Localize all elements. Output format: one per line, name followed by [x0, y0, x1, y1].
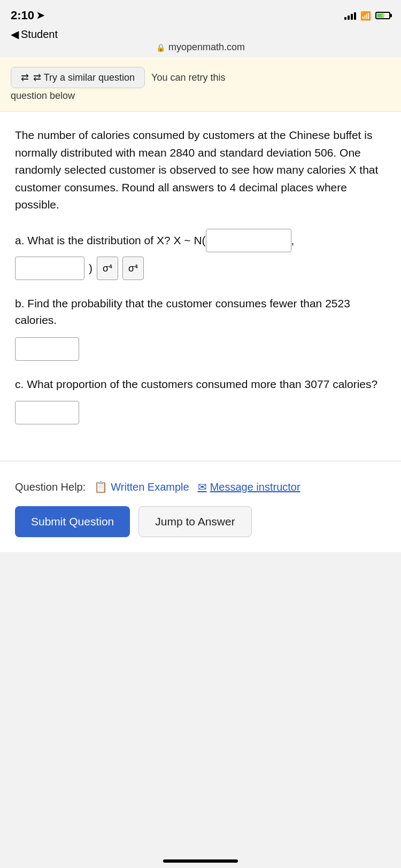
wifi-icon: 📶 [360, 11, 371, 21]
status-icons: 📶 ⚡ [344, 11, 390, 21]
message-instructor-link[interactable]: ✉ Message instructor [198, 480, 300, 493]
back-button[interactable]: ◀ Student [11, 28, 58, 41]
part-b: b. Find the probability that the custome… [15, 295, 386, 361]
try-similar-button[interactable]: ⇄ ⇄ Try a similar question [11, 67, 145, 88]
nav-bar: ◀ Student 🔒 myopenmath.com [0, 27, 401, 57]
retry-text: You can retry this [151, 72, 225, 83]
section-divider [0, 461, 401, 461]
question-below-text: question below [11, 90, 390, 102]
key-button-2[interactable]: σ⁴ [122, 257, 144, 280]
time-display: 2:10 [11, 9, 34, 22]
part-b-label: b. Find the probability that the custome… [15, 295, 386, 329]
url-bar[interactable]: 🔒 myopenmath.com [156, 42, 245, 53]
written-example-label: Written Example [111, 481, 189, 493]
part-c-label: c. What proportion of the customers cons… [15, 376, 377, 393]
refresh-icon: ⇄ [21, 72, 29, 83]
envelope-icon: ✉ [198, 480, 207, 493]
part-b-input[interactable] [15, 337, 79, 361]
status-bar: 2:10 ➤ 📶 ⚡ [0, 0, 401, 27]
status-time: 2:10 ➤ [11, 9, 44, 22]
help-label: Question Help: [15, 481, 86, 493]
document-icon: 📋 [94, 480, 107, 493]
home-indicator [163, 859, 238, 863]
lock-icon: 🔒 [156, 43, 165, 52]
location-arrow-icon: ➤ [36, 10, 44, 21]
question-text: The number of calories consumed by custo… [15, 127, 386, 214]
question-help-row: Question Help: 📋 Written Example ✉ Messa… [0, 472, 401, 502]
try-similar-label: ⇄ Try a similar question [33, 72, 135, 83]
part-a-label: a. What is the distribution of X? X ~ N( [15, 234, 206, 247]
message-instructor-label: Message instructor [210, 481, 300, 493]
part-a-close-paren: ) [89, 262, 92, 275]
url-text: myopenmath.com [168, 42, 245, 53]
part-c: c. What proportion of the customers cons… [15, 376, 386, 425]
action-buttons: Submit Question Jump to Answer [0, 502, 401, 552]
question-area: The number of calories consumed by custo… [0, 112, 401, 450]
part-a: a. What is the distribution of X? X ~ N(… [15, 229, 386, 280]
jump-to-answer-button[interactable]: Jump to Answer [138, 506, 251, 537]
written-example-link[interactable]: 📋 Written Example [94, 480, 189, 493]
battery-icon: ⚡ [375, 12, 390, 19]
part-a-input1[interactable] [206, 229, 291, 252]
part-c-input[interactable] [15, 401, 79, 424]
part-a-comma: , [291, 234, 295, 247]
part-a-input2[interactable] [15, 257, 84, 280]
main-content: ⇄ ⇄ Try a similar question You can retry… [0, 57, 401, 552]
signal-icon [344, 11, 356, 20]
key-button-1[interactable]: σ⁴ [97, 257, 118, 280]
similar-question-banner: ⇄ ⇄ Try a similar question You can retry… [0, 57, 401, 112]
back-label: Student [21, 28, 58, 41]
submit-question-button[interactable]: Submit Question [15, 506, 130, 537]
back-arrow-icon: ◀ [11, 28, 19, 41]
